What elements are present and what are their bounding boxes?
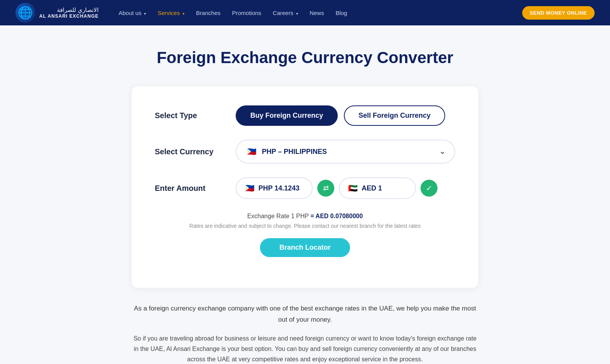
select-type-label: Select Type [155, 111, 224, 120]
branch-locator-button[interactable]: Branch Locator [260, 238, 350, 257]
currency-flag: 🇵🇭 [246, 146, 257, 157]
select-currency-label: Select Currency [155, 147, 224, 156]
aed-amount-value: AED 1 [362, 184, 382, 192]
type-buttons: Buy Foreign Currency Sell Foreign Curren… [236, 105, 455, 126]
description-section: As a foreign currency exchange company w… [132, 303, 478, 364]
php-flag: 🇵🇭 [245, 184, 255, 193]
nav-news[interactable]: News [305, 7, 329, 19]
confirm-button[interactable]: ✓ [421, 180, 437, 197]
nav-branches[interactable]: Branches [191, 7, 225, 19]
logo[interactable]: الانصاري للصرافة AL ANSARI EXCHANGE [15, 3, 99, 23]
chevron-down-icon: ⌄ [439, 147, 445, 156]
currency-dropdown[interactable]: 🇵🇭 PHP – PHILIPPINES ⌄ [236, 140, 455, 164]
rate-note: Rates are indicative and subject to chan… [155, 223, 455, 229]
nav-careers[interactable]: Careers ▾ [268, 7, 303, 19]
swap-button[interactable]: ⇄ [317, 180, 334, 197]
chevron-down-icon: ▾ [144, 12, 146, 16]
nav-services[interactable]: Services ▾ [153, 7, 189, 19]
navbar: الانصاري للصرافة AL ANSARI EXCHANGE Abou… [0, 0, 610, 25]
nav-about[interactable]: About us ▾ [114, 7, 151, 19]
select-currency-row: Select Currency 🇵🇭 PHP – PHILIPPINES ⌄ [155, 140, 455, 164]
description-para-1: As a foreign currency exchange company w… [132, 303, 478, 326]
logo-arabic: الانصاري للصرافة [39, 7, 99, 13]
php-amount-input[interactable]: 🇵🇭 PHP 14.1243 [236, 177, 313, 199]
nav-blog[interactable]: Blog [331, 7, 352, 19]
logo-english: AL ANSARI EXCHANGE [39, 13, 99, 19]
amount-inputs: 🇵🇭 PHP 14.1243 ⇄ 🇦🇪 AED 1 ✓ [236, 177, 437, 199]
aed-amount-input[interactable]: 🇦🇪 AED 1 [339, 177, 416, 199]
exchange-rate-section: Exchange Rate 1 PHP = AED 0.07080000 Rat… [155, 213, 455, 257]
logo-text: الانصاري للصرافة AL ANSARI EXCHANGE [39, 7, 99, 19]
nav-promotions[interactable]: Promotions [227, 7, 266, 19]
swap-icon: ⇄ [323, 184, 329, 192]
php-amount-value: PHP 14.1243 [258, 184, 300, 192]
converter-section: Select Type Buy Foreign Currency Sell Fo… [132, 86, 478, 288]
main-content: Foreign Exchange Currency Converter Sele… [35, 25, 575, 364]
chevron-down-icon: ▾ [296, 12, 298, 16]
exchange-rate-value: = AED 0.07080000 [310, 213, 363, 219]
nav-links: About us ▾ Services ▾ Branches Promotion… [114, 7, 522, 19]
sell-currency-button[interactable]: Sell Foreign Currency [344, 105, 445, 126]
exchange-rate-display: Exchange Rate 1 PHP = AED 0.07080000 [155, 213, 455, 220]
enter-amount-row: Enter Amount 🇵🇭 PHP 14.1243 ⇄ 🇦🇪 AED 1 ✓ [155, 177, 455, 199]
check-icon: ✓ [426, 184, 432, 193]
select-type-row: Select Type Buy Foreign Currency Sell Fo… [155, 105, 455, 126]
description-para-2: So if you are traveling abroad for busin… [132, 333, 478, 364]
enter-amount-label: Enter Amount [155, 184, 224, 193]
buy-currency-button[interactable]: Buy Foreign Currency [236, 105, 338, 126]
aed-flag: 🇦🇪 [348, 184, 358, 193]
logo-globe-icon [15, 3, 35, 23]
exchange-rate-text: Exchange Rate 1 PHP [247, 213, 310, 219]
send-money-button[interactable]: SEND MONEY ONLINE [522, 6, 595, 20]
chevron-down-icon: ▾ [183, 12, 184, 16]
page-title: Foreign Exchange Currency Converter [51, 48, 559, 67]
currency-name: PHP – PHILIPPINES [262, 148, 327, 156]
